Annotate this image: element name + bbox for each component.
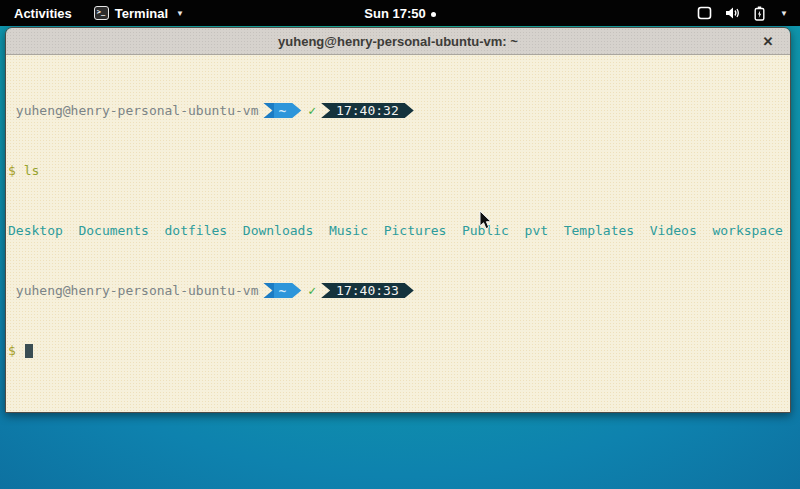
command-text: ls (16, 163, 39, 178)
clock-button[interactable]: Sun 17:50 (364, 6, 435, 21)
system-tray[interactable]: ▼ (693, 0, 792, 26)
timestamp-badge: 17:40:32 (321, 103, 414, 118)
status-check-icon: ✓ (308, 103, 316, 118)
command-line: $ ls (8, 163, 790, 178)
terminal-app-icon: >_ (94, 6, 109, 20)
window-titlebar[interactable]: yuheng@henry-personal-ubuntu-vm: ~ ✕ (6, 28, 790, 55)
gnome-top-bar: Activities >_ Terminal ▼ Sun 17:50 (0, 0, 800, 26)
cwd-badge: ~ (263, 103, 301, 118)
app-menu-terminal[interactable]: >_ Terminal ▼ (94, 6, 184, 21)
status-check-icon: ✓ (308, 283, 316, 298)
input-line: $ (8, 343, 790, 358)
desktop-background[interactable]: yuheng@henry-personal-ubuntu-vm: ~ ✕ yuh… (0, 26, 800, 489)
prompt-line-2: yuheng@henry-personal-ubuntu-vm~✓17:40:3… (8, 283, 790, 298)
notification-dot (431, 12, 436, 17)
clock-label: Sun 17:50 (364, 6, 425, 21)
activities-button[interactable]: Activities (10, 6, 76, 21)
block-cursor (25, 344, 33, 358)
prompt-user: yuheng@henry-personal-ubuntu-vm (8, 103, 258, 118)
battery-charging-icon (754, 6, 765, 21)
tray-chevron-icon: ▼ (780, 9, 788, 18)
prompt-symbol: $ (8, 343, 16, 358)
prompt-line-1: yuheng@henry-personal-ubuntu-vm~✓17:40:3… (8, 103, 790, 118)
cwd-badge: ~ (263, 283, 301, 298)
desktop-screen: Activities >_ Terminal ▼ Sun 17:50 (0, 0, 800, 489)
timestamp-badge: 17:40:33 (321, 283, 414, 298)
terminal-window: yuheng@henry-personal-ubuntu-vm: ~ ✕ yuh… (5, 27, 791, 413)
display-icon (697, 6, 712, 20)
window-title: yuheng@henry-personal-ubuntu-vm: ~ (278, 34, 518, 49)
volume-icon (725, 6, 741, 20)
prompt-user: yuheng@henry-personal-ubuntu-vm (8, 283, 258, 298)
chevron-down-icon: ▼ (176, 9, 184, 18)
app-menu-label: Terminal (115, 6, 168, 21)
ls-output: Desktop Documents dotfiles Downloads Mus… (8, 223, 790, 238)
terminal-content[interactable]: yuheng@henry-personal-ubuntu-vm~✓17:40:3… (6, 55, 790, 412)
prompt-symbol: $ (8, 163, 16, 178)
close-icon[interactable]: ✕ (758, 28, 778, 55)
